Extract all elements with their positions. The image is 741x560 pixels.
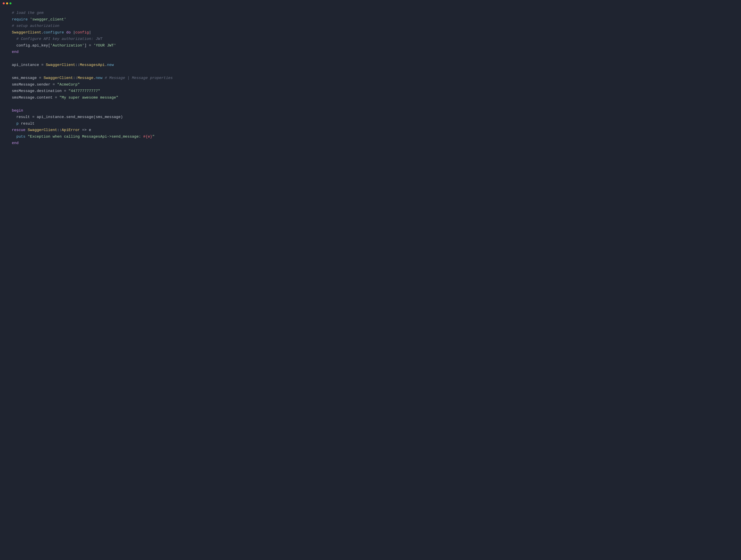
- string-literal: "AcmeCorp": [57, 82, 80, 87]
- code-text: [25, 135, 27, 139]
- string-literal: "447777777777": [68, 89, 100, 93]
- constant: SwaggerClient: [46, 63, 75, 67]
- code-text: result: [21, 122, 35, 126]
- string-literal: 'Authorization': [50, 44, 84, 48]
- code-text: smsMessage.destination =: [12, 89, 68, 93]
- code-line: smsMessage.sender = "AcmeCorp": [12, 81, 736, 88]
- code-text: ] =: [84, 44, 93, 48]
- code-text: [12, 135, 16, 139]
- code-text: [12, 115, 16, 119]
- code-text: .: [93, 76, 96, 80]
- keyword-end: end: [12, 50, 19, 54]
- constant: SwaggerClient: [28, 128, 57, 132]
- code-line: require 'swagger_client': [12, 16, 736, 23]
- method-call: p: [16, 122, 19, 126]
- code-text: e: [89, 128, 91, 132]
- code-line: api_instance = SwaggerClient::MessagesAp…: [12, 62, 736, 68]
- constant: ApiError: [62, 128, 80, 132]
- keyword-rescue: rescue: [12, 128, 25, 132]
- code-text: ::: [75, 63, 80, 67]
- code-text: .: [41, 30, 44, 35]
- code-text: [28, 17, 30, 22]
- hash-rocket-icon: =>: [82, 128, 87, 132]
- string-literal: ": [152, 135, 154, 139]
- code-text: |: [89, 30, 91, 35]
- code-text: [86, 128, 89, 132]
- code-line: [12, 101, 736, 108]
- code-line: smsMessage.content = "My super awesome m…: [12, 95, 736, 101]
- method-call: new: [107, 63, 114, 67]
- code-text: [12, 37, 16, 41]
- code-text: .: [105, 63, 107, 67]
- maximize-icon[interactable]: [9, 2, 11, 4]
- keyword-do: do: [66, 30, 71, 35]
- code-line: result = api_instance.send_message(sms_m…: [12, 114, 736, 121]
- code-line: # Configure API key authorization: JWT: [12, 36, 736, 43]
- code-text: ::: [73, 76, 78, 80]
- code-text: api_instance =: [12, 63, 46, 67]
- code-text: [12, 102, 14, 106]
- code-line: config.api_key['Authorization'] = 'YOUR …: [12, 43, 736, 49]
- code-text: [12, 44, 16, 48]
- code-line: p result: [12, 121, 736, 127]
- comment: # Configure API key authorization: JWT: [16, 37, 103, 41]
- close-icon[interactable]: [3, 2, 5, 4]
- keyword-begin: begin: [12, 109, 23, 113]
- code-line: # setup authorization: [12, 23, 736, 29]
- terminal-window: # load the gemrequire 'swagger_client'# …: [0, 0, 741, 560]
- code-text: ::: [57, 128, 62, 132]
- code-text: [12, 69, 14, 74]
- string-literal: 'YOUR JWT': [93, 44, 116, 48]
- code-text: result = api_instance.send_message(sms_m…: [16, 115, 123, 119]
- code-line: [12, 68, 736, 75]
- code-text: [12, 57, 14, 61]
- code-text: [25, 128, 27, 132]
- code-line: SwaggerClient.configure do |config|: [12, 29, 736, 36]
- code-line: begin: [12, 108, 736, 114]
- code-line: end: [12, 49, 736, 55]
- code-text: [80, 128, 82, 132]
- code-text: config.api_key[: [16, 44, 50, 48]
- code-text: [103, 76, 105, 80]
- code-text: [19, 122, 21, 126]
- string-literal: 'swagger_client': [30, 17, 66, 22]
- code-text: sms_message =: [12, 76, 44, 80]
- keyword-end: end: [12, 141, 19, 145]
- comment: # setup authorization: [12, 24, 59, 28]
- block-param: config: [75, 30, 89, 35]
- code-text: [12, 122, 16, 126]
- code-line: sms_message = SwaggerClient::Message.new…: [12, 75, 736, 81]
- code-snippet[interactable]: # load the gemrequire 'swagger_client'# …: [0, 6, 741, 153]
- constant: SwaggerClient: [12, 30, 41, 35]
- constant: MessagesApi: [80, 63, 105, 67]
- code-text: |: [73, 30, 75, 35]
- code-line: smsMessage.destination = "447777777777": [12, 88, 736, 95]
- code-text: [64, 30, 66, 35]
- code-text: [71, 30, 73, 35]
- code-text: smsMessage.content =: [12, 96, 59, 100]
- code-line: end: [12, 140, 736, 146]
- string-interpolation: #{e}: [143, 135, 152, 139]
- constant: Message: [78, 76, 93, 80]
- method-call: configure: [44, 30, 64, 35]
- comment: # Message | Message properties: [105, 76, 173, 80]
- keyword-require: require: [12, 17, 28, 22]
- constant: SwaggerClient: [44, 76, 73, 80]
- comment: # load the gem: [12, 11, 44, 15]
- code-text: smsMessage.sender =: [12, 82, 57, 87]
- minimize-icon[interactable]: [6, 2, 8, 4]
- window-titlebar: [0, 0, 741, 6]
- method-call: puts: [16, 135, 25, 139]
- code-line: puts "Exception when calling MessagesApi…: [12, 134, 736, 140]
- string-literal: "Exception when calling MessagesApi->sen…: [28, 135, 143, 139]
- code-line: rescue SwaggerClient::ApiError => e: [12, 127, 736, 134]
- string-literal: "My super awesome message": [59, 96, 118, 100]
- method-call: new: [96, 76, 103, 80]
- code-line: # load the gem: [12, 10, 736, 16]
- code-line: [12, 55, 736, 62]
